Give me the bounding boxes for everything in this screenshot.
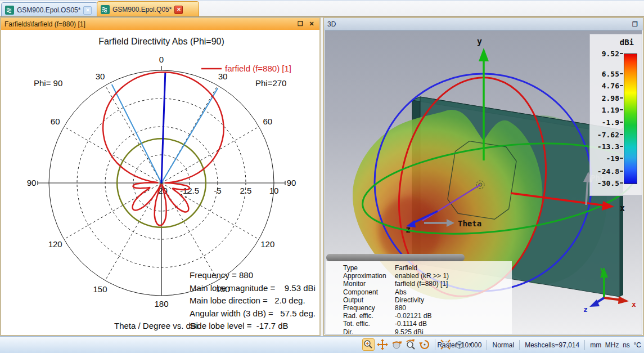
plot-window-titlebar[interactable]: Farfields\farfield (f=880) [1] ❒ ✕ (1, 18, 319, 30)
angle-gridline (105, 86, 161, 183)
table-row: ComponentAbs (326, 288, 512, 296)
colorbar-gradient (624, 53, 637, 184)
x-axis-label: Theta / Degree vs. dBi (114, 321, 198, 330)
table-row: Approximationenabled (kR >> 1) (326, 272, 512, 280)
triad-z-label: z (583, 305, 588, 314)
status-fields: Raster=10.000 Normal Meshcells=97,014 mm… (437, 337, 641, 353)
angle-gridline (64, 183, 161, 239)
tab-label: GSM900.Epol.OS05* (17, 6, 80, 14)
colorbar-tick: 2.98 (591, 94, 619, 102)
maximize-icon[interactable]: ❒ (631, 20, 640, 28)
meshcells-status: Meshcells=97,014 (525, 341, 579, 349)
application-window: GSM900.Epol.OS05* ✕ GSM900.Epol.Q05* ✕ F… (0, 0, 644, 353)
tick-label: 90 (27, 178, 37, 187)
toolbar-separator (435, 339, 435, 350)
tick-label: 120 (260, 239, 274, 249)
annotation-main-lobe-magnitude: Main lobe magnitude = 9.53 dBi (190, 283, 316, 293)
polar-plot-area: Farfield Directivity Abs (Phi=90) farfie… (1, 30, 319, 335)
zoom-tool-icon[interactable] (362, 338, 375, 351)
units-status: mm MHz ns °C (590, 341, 641, 349)
tick-label: 90 (287, 178, 296, 187)
tab-gsm900-os05[interactable]: GSM900.Epol.OS05* ✕ (1, 2, 98, 18)
tick-label: 0 (159, 55, 164, 64)
radial-tick-label: -5 (214, 186, 221, 195)
document-tab-bar: GSM900.Epol.OS05* ✕ GSM900.Epol.Q05* ✕ (0, 0, 644, 17)
close-tab-icon[interactable]: ✕ (174, 6, 183, 14)
table-row: Monitorfarfield (f=880) [1] (326, 280, 512, 288)
annotation-side-lobe-level: Side lobe level = -17.7 dB (190, 321, 289, 330)
colorbar-unit: dBi (620, 38, 634, 47)
tick-label: 60 (263, 117, 272, 126)
phi270-label: Phi=270 (255, 78, 286, 88)
tick-label: 180 (154, 299, 168, 309)
view3d-title: 3D (327, 20, 336, 28)
maximize-icon[interactable]: ❒ (296, 20, 305, 28)
colorbar-tick: -7.62 (591, 131, 619, 139)
waves-document-icon (5, 6, 14, 15)
table-row: Dir.9.525 dBi (326, 328, 512, 334)
annotation-frequency: Frequency = 880 (190, 270, 253, 280)
mode-status: Normal (492, 341, 514, 349)
angular-width-marker (161, 88, 218, 183)
close-tab-icon[interactable]: ✕ (83, 6, 92, 15)
waves-document-icon (101, 5, 110, 14)
table-row: TypeFarfield (326, 264, 512, 272)
rotate-tool-icon[interactable] (390, 338, 403, 351)
chart-title: Farfield Directivity Abs (Phi=90) (98, 37, 224, 46)
annotation-main-lobe-direction: Main lobe direction = 2.0 deg. (190, 296, 305, 305)
radial-tick-label: 2.5 (240, 186, 252, 195)
tick-label: 150 (93, 284, 107, 294)
colorbar-legend: dBi 9.52 6.55 4.76 2.98 1.19 -1.9 -7.62 … (589, 34, 642, 196)
tick-label: 120 (48, 239, 62, 249)
colorbar-tick: 1.19 (591, 106, 619, 114)
polar-grid-and-curve: 0303060609090120120150150180-20-12.5-52.… (27, 55, 296, 309)
triad-y-label: y (600, 265, 605, 274)
dynamic-zoom-tool-icon[interactable] (404, 338, 417, 351)
farfield-info-table: TypeFarfield Approximationenabled (kR >>… (326, 261, 512, 334)
colorbar-tick: 6.55 (591, 70, 619, 78)
info-panel-grip (326, 254, 465, 261)
rotate-in-plane-tool-icon[interactable] (418, 338, 431, 351)
legend-entry: farfield (f=880) [1] (225, 64, 291, 73)
close-icon[interactable]: ✕ (307, 20, 316, 28)
tick-label: 30 (96, 72, 105, 81)
pan-tool-icon[interactable] (376, 338, 389, 351)
colorbar-tick: -13.3 (591, 142, 619, 151)
tick-label: 30 (218, 72, 228, 81)
x-axis-label-3d: x (620, 203, 625, 213)
table-row: Frequency880 (326, 304, 512, 312)
status-bar: ▼ Raster=10.000 Normal Meshcells=97,014 … (0, 336, 644, 353)
tab-gsm900-q05-active[interactable]: GSM900.Epol.Q05* ✕ (97, 1, 199, 18)
triad-x-label: x (632, 300, 636, 309)
colorbar-tick: -1.9 (591, 118, 619, 127)
colorbar-tick: -24.8 (591, 167, 619, 176)
annotation-angular-width: Angular width (3 dB) = 57.5 deg. (190, 309, 316, 318)
table-row: OutputDirectivity (326, 296, 512, 304)
angle-gridline (161, 127, 259, 183)
main-lobe-marker (161, 72, 165, 183)
theta-axis-label: Theta (458, 219, 481, 228)
raster-status: Raster=10.000 (437, 341, 481, 349)
plot-window-title: Farfields\farfield (f=880) [1] (4, 20, 85, 28)
y-axis-label: y (477, 37, 482, 47)
polar-chart: Farfield Directivity Abs (Phi=90) farfie… (1, 30, 319, 336)
colorbar-tick: 4.76 (591, 82, 619, 90)
angle-gridline (161, 183, 218, 280)
tick-label: 60 (51, 117, 60, 126)
colorbar-tick: -19 (591, 154, 619, 163)
viewport-3d[interactable]: z Theta y (325, 30, 642, 334)
view3d-window: 3D ❒ (323, 17, 644, 336)
tab-label: GSM900.Epol.Q05* (112, 6, 172, 14)
farfield-plot-window: Farfields\farfield (f=880) [1] ❒ ✕ Farfi… (0, 17, 321, 336)
colorbar-tick: -30.5 (591, 179, 619, 187)
view3d-titlebar[interactable]: 3D ❒ (324, 18, 643, 30)
table-row: Tot. effic.-0.1114 dB (326, 320, 512, 328)
radial-tick-label: 10 (269, 186, 279, 195)
table-row: Rad. effic.-0.02121 dB (326, 312, 512, 320)
colorbar-tick: 9.52 (591, 50, 619, 58)
phi90-label: Phi= 90 (34, 78, 62, 88)
